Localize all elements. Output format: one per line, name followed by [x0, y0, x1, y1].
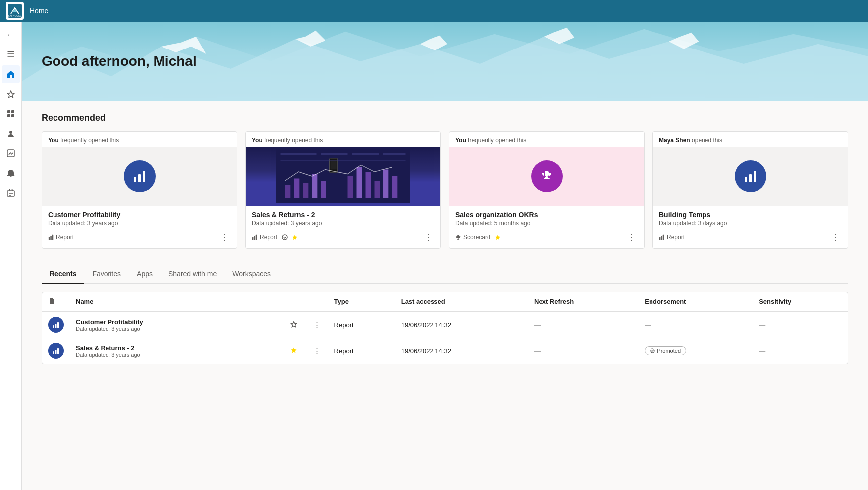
svg-marker-67 [291, 347, 296, 353]
more-button-2[interactable]: ⋮ [311, 345, 323, 356]
rec-card-body-4: Building Temps Data updated: 3 days ago … [653, 206, 848, 248]
rec-card-more-1[interactable]: ⋮ [218, 231, 231, 244]
svg-rect-20 [143, 171, 145, 182]
star-button-2[interactable] [288, 346, 299, 356]
svg-point-7 [9, 131, 12, 134]
svg-rect-37 [392, 176, 398, 198]
more-button-1[interactable]: ⋮ [311, 319, 323, 330]
rec-card-sales-okrs[interactable]: You frequently opened this [449, 131, 645, 249]
row-star-1[interactable] [282, 312, 305, 338]
rec-card-subtitle-3: Data updated: 5 months ago [455, 220, 638, 227]
svg-rect-3 [7, 110, 10, 113]
tab-recents[interactable]: Recents [42, 265, 84, 284]
svg-rect-58 [661, 236, 662, 240]
star-button-1[interactable] [288, 320, 299, 330]
th-more [305, 292, 328, 312]
sidebar-back-button[interactable]: ← [2, 26, 20, 44]
svg-rect-46 [256, 235, 257, 240]
row-sensitivity-2: — [753, 338, 848, 364]
svg-rect-61 [55, 324, 57, 328]
sidebar-item-favorites[interactable] [2, 85, 20, 103]
sidebar: ← ☰ [0, 22, 22, 490]
rec-card-footer-1: Report ⋮ [48, 231, 231, 244]
greeting-text: Good afternoon, Michal [42, 53, 197, 69]
rec-card-reason-2: You frequently opened this [246, 132, 440, 147]
svg-rect-28 [294, 179, 300, 199]
sidebar-menu-button[interactable]: ☰ [2, 46, 20, 63]
promoted-badge: Promoted [645, 346, 686, 355]
rec-card-type-3: Scorecard [455, 234, 501, 241]
sidebar-item-notifications[interactable] [2, 164, 20, 182]
svg-rect-23 [52, 235, 54, 240]
content-area: Recommended You frequently opened this [22, 101, 868, 376]
svg-marker-63 [291, 321, 296, 327]
th-star [282, 292, 305, 312]
row-refresh-2: — [528, 338, 639, 364]
rec-card-more-2[interactable]: ⋮ [422, 231, 434, 244]
svg-rect-52 [457, 239, 459, 240]
rec-card-type-4: Report [659, 234, 685, 241]
row-more-1[interactable]: ⋮ [305, 312, 328, 338]
rec-card-footer-3: Scorecard ⋮ [455, 231, 638, 244]
rec-card-building-temps[interactable]: Maya Shen opened this Building Temps [652, 131, 848, 249]
tab-shared[interactable]: Shared with me [161, 265, 224, 284]
svg-rect-51 [458, 239, 459, 240]
row-refresh-1: — [528, 312, 639, 338]
svg-rect-31 [321, 181, 326, 198]
svg-rect-54 [745, 177, 747, 182]
row-endorsement-1: — [639, 312, 753, 338]
rec-card-subtitle-2: Data updated: 3 years ago [252, 220, 434, 227]
svg-rect-36 [383, 170, 389, 199]
main-content: Good afternoon, Michal Recommended You f… [22, 22, 868, 490]
sidebar-item-home[interactable] [2, 65, 20, 83]
sidebar-item-metrics[interactable] [2, 145, 20, 162]
svg-rect-32 [348, 176, 353, 198]
rec-card-reason-1: You frequently opened this [42, 132, 237, 147]
svg-rect-66 [57, 348, 59, 354]
svg-rect-44 [252, 237, 254, 240]
svg-rect-19 [138, 174, 141, 182]
rec-card-sales-returns[interactable]: You frequently opened this [245, 131, 441, 249]
svg-rect-45 [254, 236, 255, 240]
svg-rect-34 [366, 172, 371, 198]
rec-card-reason-4: Maya Shen opened this [653, 132, 848, 147]
svg-rect-42 [352, 153, 379, 155]
svg-rect-65 [55, 350, 57, 354]
svg-text:SKI HOUSE: SKI HOUSE [8, 14, 22, 17]
row-endorsement-2: Promoted [639, 338, 753, 364]
svg-rect-6 [11, 114, 14, 117]
svg-rect-5 [7, 114, 10, 117]
svg-rect-59 [663, 235, 664, 240]
svg-rect-30 [312, 174, 318, 199]
th-endorsement: Endorsement [639, 292, 753, 312]
rec-card-thumb-2 [246, 147, 440, 206]
rec-card-more-4[interactable]: ⋮ [829, 231, 842, 244]
svg-marker-53 [495, 235, 500, 240]
sidebar-item-scorecard[interactable] [2, 184, 20, 202]
tab-apps[interactable]: Apps [129, 265, 161, 284]
svg-rect-49 [545, 177, 548, 178]
svg-rect-60 [53, 325, 54, 328]
svg-rect-43 [383, 153, 406, 155]
row-name-1[interactable]: Customer Profitability Data updated: 3 y… [70, 312, 282, 338]
tab-favorites[interactable]: Favorites [84, 265, 129, 284]
th-last-accessed: Last accessed [395, 292, 528, 312]
tab-workspaces[interactable]: Workspaces [224, 265, 278, 284]
recents-table: Name Type Last accessed Next Refresh End… [42, 292, 848, 364]
recommended-cards: You frequently opened this Customer P [42, 131, 848, 249]
rec-card-customer-profitability[interactable]: You frequently opened this Customer P [42, 131, 237, 249]
topbar: SKI HOUSE Home [0, 0, 868, 22]
sidebar-item-people[interactable] [2, 125, 20, 143]
row-name-2[interactable]: Sales & Returns - 2 Data updated: 3 year… [70, 338, 282, 364]
rec-card-more-3[interactable]: ⋮ [625, 231, 638, 244]
tabs-bar: Recents Favorites Apps Shared with me Wo… [42, 265, 848, 284]
row-more-2[interactable]: ⋮ [305, 338, 328, 364]
rec-card-footer-2: Report ⋮ [252, 231, 434, 244]
rec-card-title-1: Customer Profitability [48, 211, 231, 219]
sidebar-item-apps[interactable] [2, 105, 20, 123]
row-star-2[interactable] [282, 338, 305, 364]
row-type-1: Report [328, 312, 395, 338]
hero-text: Good afternoon, Michal [42, 53, 197, 69]
svg-rect-33 [357, 167, 362, 198]
app-logo: SKI HOUSE [6, 2, 24, 20]
